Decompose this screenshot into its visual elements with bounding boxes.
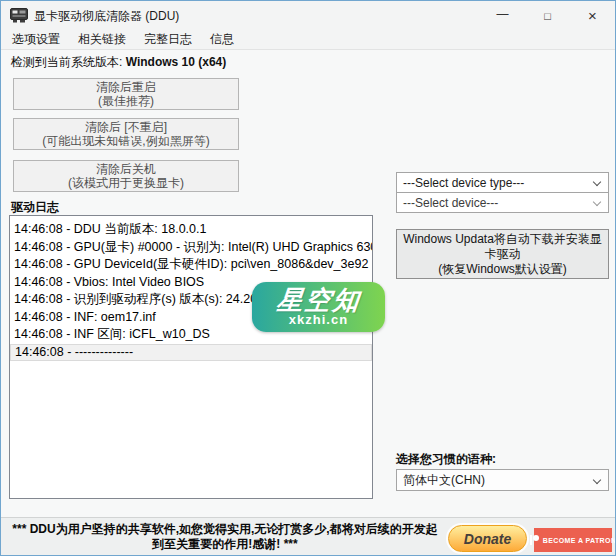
minimize-icon: — xyxy=(497,7,509,21)
menu-item-full-log[interactable]: 完整日志 xyxy=(135,29,201,50)
clean-and-restart-button[interactable]: 清除后重启 (最佳推荐) xyxy=(13,78,239,110)
menu-item-options[interactable]: 选项设置 xyxy=(3,29,69,50)
patron-button-label: BECOME A PATRON xyxy=(543,537,616,544)
clean-no-restart-sublabel: (可能出现未知错误,例如黑屏等) xyxy=(42,134,209,148)
system-version-label: 检测到当前系统版本: Windows 10 (x64) xyxy=(11,54,226,71)
clean-and-shutdown-sublabel: (该模式用于更换显卡) xyxy=(68,176,184,190)
device-type-select-value: ---Select device type--- xyxy=(403,176,524,190)
device-type-select[interactable]: ---Select device type--- xyxy=(396,172,609,193)
language-select[interactable]: 简体中文(CHN) xyxy=(396,469,609,491)
driver-log-label: 驱动日志 xyxy=(11,199,59,216)
caption-buttons: — □ × xyxy=(480,1,615,30)
clean-and-restart-sublabel: (最佳推荐) xyxy=(98,94,154,108)
menu-bar: 选项设置 相关链接 完整日志 信息 xyxy=(1,30,615,50)
gpu-app-icon xyxy=(10,8,28,23)
system-version-prefix: 检测到当前系统版本: xyxy=(11,55,126,69)
clean-no-restart-button[interactable]: 清除后 [不重启] (可能出现未知错误,例如黑屏等) xyxy=(13,118,239,150)
app-window: 显卡驱动彻底清除器 (DDU) — □ × 选项设置 相关链接 完整日志 信息 … xyxy=(0,0,616,556)
menu-item-info[interactable]: 信息 xyxy=(201,29,243,50)
close-icon: × xyxy=(588,7,597,24)
language-label: 选择您习惯的语种: xyxy=(396,451,496,468)
log-entry-selected[interactable]: 14:46:08 - -------------- xyxy=(10,344,372,362)
chevron-down-icon xyxy=(593,476,601,484)
footer-bar: *** DDU为用户坚持的共享软件,如您觉得实用,无论打赏多少,都将对后续的开发… xyxy=(1,517,615,555)
close-button[interactable]: × xyxy=(570,1,615,30)
clean-and-restart-label: 清除后重启 xyxy=(96,80,156,94)
clean-no-restart-label: 清除后 [不重启] xyxy=(85,120,167,134)
driver-log-listbox[interactable]: 14:46:08 - DDU 当前版本: 18.0.0.1 14:46:08 -… xyxy=(9,215,373,499)
log-entry[interactable]: 14:46:08 - GPU(显卡) #0000 - 识别为: Intel(R)… xyxy=(10,239,372,257)
watermark-title: 星空知 xyxy=(275,287,362,313)
patreon-icon xyxy=(530,535,539,545)
site-watermark: 星空知 xkzhi.cn xyxy=(252,282,385,332)
device-select[interactable]: ---Select device--- xyxy=(396,192,609,213)
windows-update-restore-button[interactable]: Windows Updata将自动下载并安装显卡驱动 (恢复Windows默认设… xyxy=(396,229,609,279)
menu-item-links[interactable]: 相关链接 xyxy=(69,29,135,50)
windows-update-restore-label: Windows Updata将自动下载并安装显卡驱动 xyxy=(401,232,604,262)
language-select-value: 简体中文(CHN) xyxy=(403,472,485,489)
clean-and-shutdown-button[interactable]: 清除后关机 (该模式用于更换显卡) xyxy=(13,160,239,192)
maximize-icon: □ xyxy=(544,10,551,22)
maximize-button[interactable]: □ xyxy=(525,1,570,30)
donate-button[interactable]: Donate xyxy=(448,525,527,552)
system-version-value: Windows 10 (x64) xyxy=(126,55,227,69)
donate-button-label: Donate xyxy=(464,531,511,547)
footer-message: *** DDU为用户坚持的共享软件,如您觉得实用,无论打赏多少,都将对后续的开发… xyxy=(7,522,443,552)
title-bar: 显卡驱动彻底清除器 (DDU) — □ × xyxy=(1,1,615,30)
device-select-value: ---Select device--- xyxy=(403,196,498,210)
become-a-patron-button[interactable]: BECOME A PATRON xyxy=(534,528,612,552)
chevron-down-icon xyxy=(593,198,601,206)
log-entry[interactable]: 14:46:08 - DDU 当前版本: 18.0.0.1 xyxy=(10,221,372,239)
clean-and-shutdown-label: 清除后关机 xyxy=(96,162,156,176)
windows-update-restore-sublabel: (恢复Windows默认设置) xyxy=(438,262,567,277)
watermark-domain: xkzhi.cn xyxy=(289,313,348,327)
log-entry[interactable]: 14:46:08 - GPU DeviceId(显卡硬件ID): pci\ven… xyxy=(10,256,372,274)
window-title: 显卡驱动彻底清除器 (DDU) xyxy=(34,8,179,25)
chevron-down-icon xyxy=(593,178,601,186)
minimize-button[interactable]: — xyxy=(480,1,525,30)
